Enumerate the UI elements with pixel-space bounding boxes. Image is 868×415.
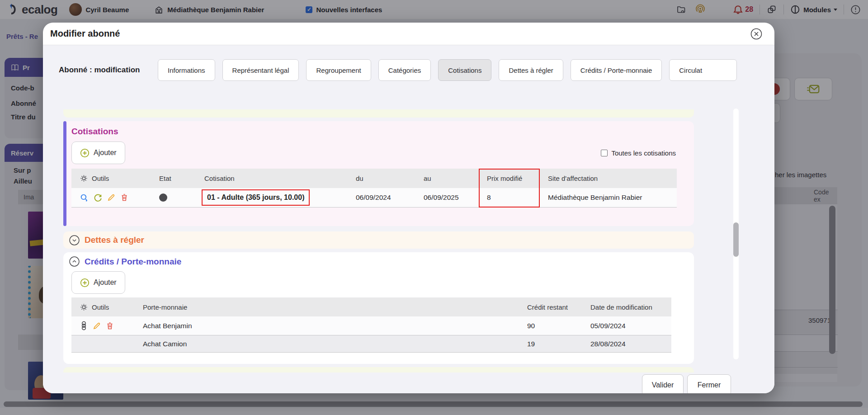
cell-date: 28/08/2024 (582, 335, 671, 353)
cell-date: 05/09/2024 (582, 316, 671, 335)
column-header-etat: Etat (151, 169, 196, 188)
close-modal-button[interactable]: Fermer (687, 374, 731, 393)
cell-prix: 8 (479, 188, 540, 208)
modal-title: Modifier abonné (50, 28, 120, 39)
column-header-outils: Outils (71, 297, 135, 316)
modal-scrollbar-track[interactable] (733, 108, 739, 359)
cell-etat (151, 188, 196, 208)
modify-subscriber-modal: Modifier abonné Abonné : modification In… (43, 23, 774, 393)
scrolled-section-edge (63, 109, 694, 118)
column-header-au: au (415, 169, 479, 188)
plus-circle-icon (80, 148, 90, 158)
dettes-title: Dettes à régler (85, 235, 144, 245)
tab-representant-legal[interactable]: Représentant légal (222, 59, 299, 81)
chevron-up-icon (69, 256, 80, 267)
tab-regroupement[interactable]: Regroupement (306, 59, 371, 81)
cell-credit: 19 (519, 335, 582, 353)
column-header-site: Site d'affectation (540, 169, 677, 188)
modal-header: Modifier abonné (43, 23, 774, 45)
coins-icon[interactable] (80, 321, 88, 330)
tab-circulation[interactable]: Circulat (669, 59, 737, 81)
column-header-du: du (348, 169, 415, 188)
column-header-outils: Outils (71, 169, 151, 188)
all-cotisations-checkbox[interactable]: Toutes les cotisations (601, 149, 676, 157)
all-cotisations-label: Toutes les cotisations (611, 149, 676, 157)
column-header-cotisation: Cotisation (196, 169, 348, 188)
cell-cotisation: 01 - Adulte (365 jours, 10.00) (196, 188, 348, 208)
credits-title: Crédits / Porte-monnaie (85, 257, 181, 267)
row-tools (71, 316, 135, 335)
dettes-section-toggle[interactable]: Dettes à régler (63, 231, 694, 249)
credits-section-toggle[interactable]: Crédits / Porte-monnaie (69, 256, 181, 267)
renew-icon[interactable] (93, 193, 103, 203)
tab-categories[interactable]: Catégories (378, 59, 431, 81)
delete-trash-icon[interactable] (120, 193, 129, 202)
tab-cotisations[interactable]: Cotisations (438, 59, 491, 81)
annotation-cotisation: 01 - Adulte (365 jours, 10.00) (202, 189, 310, 206)
column-header-porte-monnaie: Porte-monnaie (135, 297, 519, 316)
credits-section: Crédits / Porte-monnaie Ajouter Outils (63, 252, 694, 364)
cell-wallet-name: Achat Benjamin (135, 316, 519, 335)
tabs-row: Abonné : modification Informations Repré… (59, 57, 737, 83)
status-dot (159, 193, 167, 202)
wallet-table: Outils Porte-monnaie Crédit restant Date… (71, 297, 671, 353)
next-section-edge (63, 367, 694, 373)
gear-icon (80, 174, 88, 183)
cotisations-table: Outils Etat Cotisation du au Prix modifi… (71, 169, 677, 208)
close-button[interactable] (750, 28, 763, 40)
delete-trash-icon[interactable] (105, 321, 114, 330)
cotisations-title: Cotisations (71, 127, 118, 137)
validate-button[interactable]: Valider (642, 374, 684, 393)
column-header-date-modification: Date de modification (582, 297, 671, 316)
tab-dettes[interactable]: Dettes à régler (499, 59, 563, 81)
section-label: Abonné : modification (59, 66, 158, 75)
chevron-down-icon (69, 235, 80, 246)
plus-circle-icon (80, 278, 90, 288)
cell-site: Médiathèque Benjamin Rabier (540, 188, 677, 208)
tab-informations[interactable]: Informations (158, 59, 215, 81)
row-tools (71, 188, 151, 208)
cell-wallet-name: Achat Camion (135, 335, 519, 353)
close-icon (750, 28, 763, 40)
add-wallet-button[interactable]: Ajouter (71, 271, 125, 294)
cell-credit: 90 (519, 316, 582, 335)
modal-scrollbar-thumb[interactable] (733, 222, 739, 257)
row-tools (71, 335, 135, 353)
column-header-prix-modifie: Prix modifié (479, 169, 540, 188)
edit-pencil-icon[interactable] (107, 193, 116, 202)
search-icon[interactable] (80, 193, 89, 203)
tabs-scroll: Informations Représentant légal Regroupe… (158, 59, 737, 81)
cell-du: 06/09/2024 (348, 188, 415, 208)
column-header-credit-restant: Crédit restant (519, 297, 582, 316)
checkbox-unchecked-icon (601, 150, 608, 156)
cell-au: 06/09/2025 (415, 188, 479, 208)
add-cotisation-button[interactable]: Ajouter (71, 141, 125, 164)
screen: ecalog Cyril Beaume Médiathèque Benjamin… (0, 0, 868, 415)
gear-icon (80, 303, 88, 311)
tab-credits[interactable]: Crédits / Porte-monnaie (571, 59, 662, 81)
edit-pencil-icon[interactable] (92, 321, 101, 330)
section-accent-bar (63, 121, 66, 226)
modal-body: Abonné : modification Informations Repré… (43, 45, 774, 393)
cotisations-section: Cotisations Ajouter Toutes les cotisatio… (63, 121, 694, 226)
